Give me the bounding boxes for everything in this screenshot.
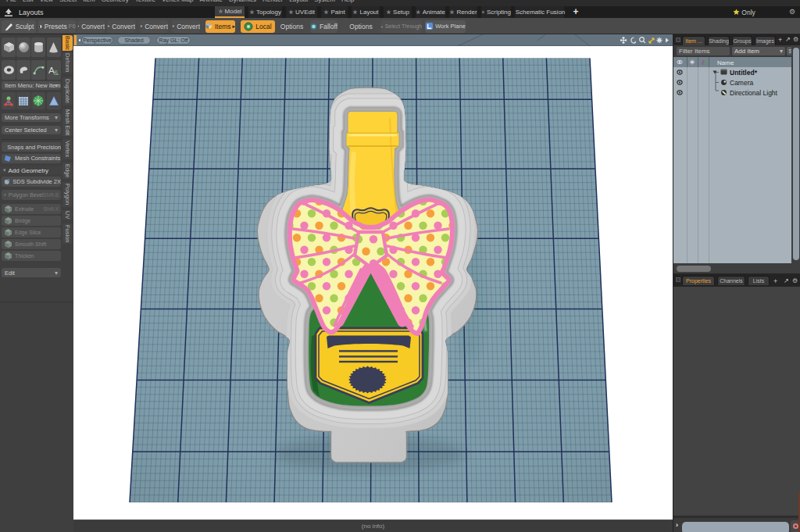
svg-text:Untitled*: Untitled* xyxy=(730,69,758,77)
svg-text:Camera: Camera xyxy=(730,79,754,87)
svg-text:&: & xyxy=(54,67,59,75)
svg-text:Name: Name xyxy=(717,59,734,66)
svg-text:Directional Light: Directional Light xyxy=(730,89,778,97)
